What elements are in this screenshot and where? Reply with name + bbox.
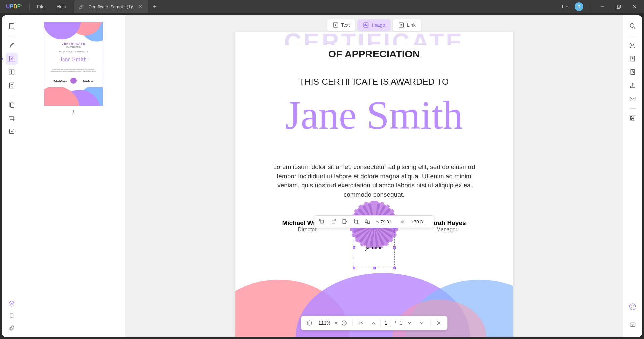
svg-point-31 (633, 307, 634, 308)
height-input[interactable]: h (408, 219, 431, 224)
height-field[interactable] (414, 219, 429, 224)
eraser-icon (79, 4, 84, 9)
save-as-button[interactable] (627, 112, 639, 124)
resize-handle-w[interactable] (353, 246, 355, 249)
app-logo: UPDF• (0, 4, 28, 10)
lock-ratio-button[interactable] (399, 219, 406, 224)
svg-rect-0 (617, 5, 620, 8)
extract-image-button[interactable] (340, 217, 349, 226)
left-toolbar (2, 15, 21, 337)
close-window-button[interactable] (629, 1, 640, 12)
page-number-input[interactable] (381, 319, 391, 327)
width-input[interactable]: w (374, 219, 397, 224)
protect-button[interactable] (627, 66, 639, 78)
zoom-in-button[interactable] (339, 318, 349, 328)
next-page-button[interactable] (404, 318, 414, 328)
attachment-button[interactable] (9, 325, 15, 331)
resize-handle-e[interactable] (393, 246, 396, 249)
redact-tool[interactable] (6, 125, 18, 137)
first-page-button[interactable] (356, 318, 366, 328)
organize-tool[interactable] (6, 66, 18, 78)
prev-page-button[interactable] (368, 318, 379, 328)
svg-point-29 (633, 305, 634, 306)
inserted-image-content: jasmine (366, 245, 383, 251)
zoom-out-button[interactable] (304, 318, 314, 328)
svg-rect-27 (630, 116, 635, 120)
svg-rect-8 (10, 103, 14, 107)
recipient-name: Jane Smith (235, 95, 513, 135)
comment-tool[interactable] (6, 39, 18, 51)
rotate-left-button[interactable] (317, 217, 327, 226)
bookmark-button[interactable] (9, 313, 15, 319)
maximize-button[interactable] (613, 1, 624, 12)
awarded-to-text: THIS CERTIFICATE IS AWARDED TO (235, 77, 513, 87)
close-nav-button[interactable] (434, 318, 444, 328)
total-pages: 1 (399, 320, 402, 326)
thumbnail-panel: CERTIFICATE OF APPRECIATION THIS CERTIFI… (21, 15, 126, 337)
right-toolbar (623, 15, 642, 337)
new-tab-button[interactable]: + (148, 3, 161, 11)
svg-rect-14 (320, 220, 323, 223)
certificate-body: Lorem ipsum dolor sit amet, consectetur … (269, 162, 480, 199)
svg-rect-24 (631, 70, 635, 75)
link-icon (398, 22, 404, 28)
minimize-button[interactable] (597, 1, 608, 12)
menu-file[interactable]: File (31, 4, 51, 9)
feedback-button[interactable] (627, 319, 639, 331)
edit-image-button[interactable]: Image (358, 19, 390, 31)
fill-sign-tool[interactable] (6, 99, 18, 111)
layers-button[interactable] (8, 300, 15, 307)
edit-tool[interactable] (6, 53, 18, 65)
zoom-dropdown[interactable]: ▾ (335, 320, 337, 326)
share-button[interactable] (627, 79, 639, 92)
resize-handle-sw[interactable] (353, 267, 355, 269)
resize-handle-se[interactable] (393, 267, 396, 269)
tab-close-button[interactable]: × (138, 4, 143, 10)
svg-point-30 (631, 307, 632, 308)
image-icon (363, 22, 369, 28)
document-tab[interactable]: Certificate_Sample (1)* × (74, 0, 148, 13)
form-tool[interactable] (6, 79, 18, 92)
thumbnail-page-number: 1 (72, 109, 75, 114)
ai-assistant-button[interactable] (627, 301, 639, 313)
page-thumbnail-1[interactable]: CERTIFICATE OF APPRECIATION THIS CERTIFI… (44, 22, 103, 106)
user-avatar[interactable]: R (575, 2, 583, 11)
svg-rect-16 (343, 220, 346, 224)
edit-type-toolbar: Text Image Link (327, 19, 421, 31)
email-button[interactable] (627, 93, 639, 105)
menu-help[interactable]: Help (51, 4, 72, 9)
resize-handle-s[interactable] (373, 267, 376, 269)
svg-point-19 (403, 222, 403, 222)
image-edit-toolbar: w h (314, 215, 434, 228)
text-icon (332, 22, 338, 28)
document-page[interactable]: CERTIFICATE OF APPRECIATION THIS CERTIFI… (235, 32, 513, 337)
svg-point-12 (365, 24, 366, 25)
certificate-subtitle: OF APPRECIATION (235, 48, 513, 60)
crop-image-button[interactable] (351, 217, 361, 226)
tab-title: Certificate_Sample (1)* (88, 4, 133, 9)
window-count[interactable]: 1 (561, 4, 569, 9)
svg-rect-13 (399, 23, 404, 27)
document-area: Text Image Link CERTIFICATE OF APPRECIAT… (126, 15, 623, 337)
replace-image-button[interactable] (363, 217, 372, 226)
crop-tool[interactable] (6, 112, 18, 124)
edit-text-button[interactable]: Text (327, 19, 355, 31)
svg-rect-4 (9, 70, 11, 74)
svg-rect-3 (9, 56, 14, 61)
chevron-down-icon (565, 5, 569, 9)
image-selection-box[interactable]: jasmine (354, 227, 395, 268)
rotate-right-button[interactable] (329, 217, 338, 226)
last-page-button[interactable] (416, 318, 427, 328)
page-navigation-bar: 111% ▾ / 1 (301, 316, 447, 330)
reader-tool[interactable] (6, 20, 18, 32)
convert-button[interactable] (627, 53, 639, 65)
search-button[interactable] (627, 20, 639, 32)
svg-rect-1 (617, 6, 620, 8)
ai-icon (629, 303, 637, 311)
ocr-button[interactable] (627, 39, 639, 51)
edit-link-button[interactable]: Link (393, 19, 421, 31)
width-field[interactable] (380, 219, 395, 224)
svg-point-22 (630, 24, 634, 28)
zoom-level: 111% (316, 320, 333, 326)
svg-rect-26 (630, 97, 635, 101)
